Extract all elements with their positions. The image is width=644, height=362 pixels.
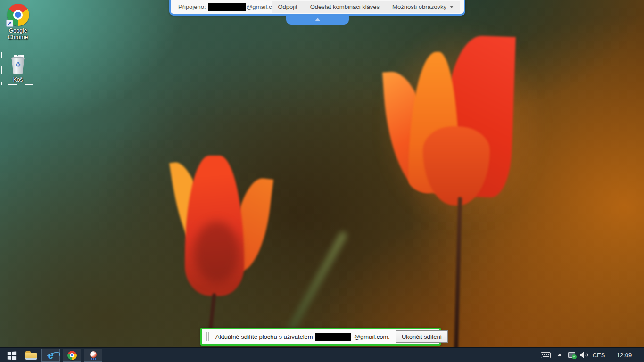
- screen-options-button[interactable]: Možnosti obrazovky: [386, 1, 460, 13]
- chevron-up-icon: [557, 354, 562, 356]
- disconnect-button[interactable]: Odpojit: [272, 1, 304, 13]
- connected-label: Připojeno:: [178, 3, 206, 10]
- shortcut-arrow-icon: ↗: [6, 20, 13, 27]
- chrome-logo-icon: [67, 351, 77, 360]
- network-connected-icon: [568, 352, 575, 358]
- sharing-message: Aktuálně sdílíte plochu s uživatelem @gm…: [215, 333, 390, 341]
- folder-icon: [25, 351, 37, 360]
- connection-bar-collapse-tab[interactable]: [286, 15, 349, 25]
- send-keys-button[interactable]: Odeslat kombinaci kláves: [304, 1, 386, 13]
- screen-sharing-toast: Aktuálně sdílíte plochu s uživatelem @gm…: [200, 328, 441, 346]
- language-indicator[interactable]: CES: [590, 348, 607, 362]
- taskbar-internet-explorer[interactable]: e: [41, 349, 60, 362]
- email-suffix: @gmail.com.: [354, 333, 390, 340]
- taskbar-clock[interactable]: 12:09: [612, 348, 636, 362]
- chevron-down-icon: [450, 6, 454, 8]
- redacted-email: [315, 333, 351, 341]
- remote-desktop-app-icon: [89, 351, 98, 360]
- recycle-bin-icon: ♻: [10, 54, 26, 75]
- taskbar-remote-desktop-app[interactable]: [84, 349, 102, 362]
- chevron-up-icon: [315, 18, 321, 21]
- desktop-icon-label: Google Chrome: [3, 27, 33, 41]
- desktop-screen: ↗ Google Chrome ♻ Koš Připojeno: @gmail.…: [0, 0, 644, 362]
- desktop-icon-label: Koš: [13, 76, 23, 83]
- taskbar-google-chrome[interactable]: [63, 349, 81, 362]
- redacted-email: [208, 3, 246, 11]
- taskbar-file-explorer[interactable]: [24, 348, 39, 362]
- drag-handle[interactable]: [206, 332, 209, 341]
- leaf-stem: [287, 230, 348, 332]
- desktop-wallpaper: [0, 0, 644, 362]
- stop-sharing-button[interactable]: Ukončit sdílení: [396, 330, 448, 343]
- desktop-icon-google-chrome[interactable]: ↗ Google Chrome: [3, 4, 33, 41]
- touch-keyboard-tray-button[interactable]: [539, 348, 552, 362]
- windows-logo-icon: [7, 351, 16, 360]
- volume-icon: [580, 352, 588, 358]
- internet-explorer-icon: e: [48, 351, 54, 360]
- chrome-logo-icon: ↗: [7, 4, 29, 26]
- keyboard-icon: [541, 352, 551, 358]
- network-tray-button[interactable]: [566, 348, 577, 362]
- show-hidden-icons-button[interactable]: [555, 348, 564, 362]
- desktop-icon-recycle-bin[interactable]: ♻ Koš: [1, 52, 34, 85]
- remote-desktop-connection-bar: Připojeno: @gmail.c Odpojit Odeslat komb…: [169, 0, 465, 16]
- email-suffix: @gmail.c: [246, 3, 272, 10]
- start-button[interactable]: [0, 348, 23, 362]
- volume-tray-button[interactable]: [578, 348, 589, 362]
